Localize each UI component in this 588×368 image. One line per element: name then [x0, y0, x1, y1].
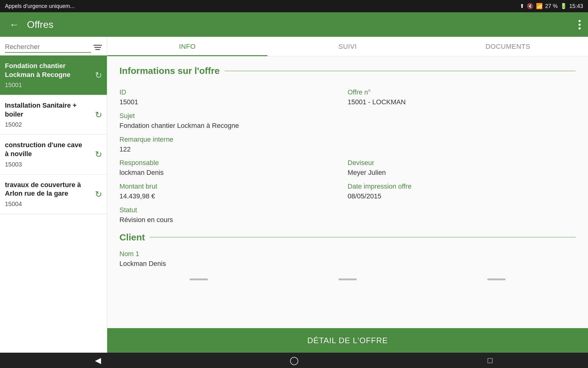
search-bar	[0, 37, 107, 56]
field-label-offre: Offre n°	[348, 88, 576, 96]
field-sujet: Sujet Fondation chantier Lockman à Recog…	[119, 107, 576, 131]
back-button[interactable]: ←	[7, 19, 21, 30]
back-nav-button[interactable]: ◀	[89, 354, 107, 366]
search-input[interactable]	[5, 42, 91, 53]
field-montant: Montant brut 14.439,98 €	[119, 178, 348, 201]
field-offre: Offre n° 15001 - LOCKMAN	[348, 83, 576, 107]
sync-icon: ↻	[95, 70, 102, 80]
main-content: Fondation chantier Lockman à Recogne 150…	[0, 37, 588, 353]
bluetooth-icon: ⬆	[520, 3, 524, 10]
field-label-date-impression: Date impression offre	[348, 182, 576, 190]
field-label-id: ID	[119, 88, 348, 96]
scroll-indicator-3	[487, 278, 506, 280]
menu-dot-3	[579, 27, 581, 29]
list-item-id: 15003	[5, 161, 102, 168]
field-value-sujet: Fondation chantier Lockman à Recogne	[119, 121, 576, 131]
battery-icon: 🔋	[560, 3, 567, 10]
field-nom1: Nom 1 Lockman Denis	[119, 250, 576, 269]
status-bar-left-text: Appels d'urgence uniquem...	[5, 3, 75, 10]
tab-documents[interactable]: DOCUMENTS	[428, 37, 588, 56]
battery-text: 27 %	[545, 3, 558, 10]
field-remarque: Remarque interne 122	[119, 131, 576, 154]
field-deviseur: Deviseur Meyer Julien	[348, 154, 576, 178]
field-value-responsable: lockman Denis	[119, 168, 348, 178]
list-item-title: construction d'une cave à noville	[5, 141, 102, 158]
field-label-sujet: Sujet	[119, 112, 576, 120]
sync-icon: ↻	[95, 189, 102, 199]
field-id: ID 15001	[119, 83, 348, 107]
section-title-client: Client	[119, 232, 145, 243]
field-value-nom1: Lockman Denis	[119, 259, 576, 269]
list-item-title: Fondation chantier Lockman à Recogne	[5, 62, 102, 79]
clock: 15:43	[569, 3, 583, 10]
list-item[interactable]: Fondation chantier Lockman à Recogne 150…	[0, 56, 107, 95]
field-value-date-impression: 08/05/2015	[348, 192, 576, 201]
list-item[interactable]: construction d'une cave à noville 15003 …	[0, 135, 107, 174]
field-statut: Statut Révision en cours	[119, 201, 576, 225]
app-bar-title: Offres	[27, 19, 572, 30]
status-bar: Appels d'urgence uniquem... ⬆ 🔇 📶 27 % 🔋…	[0, 0, 588, 12]
wifi-icon: 📶	[536, 3, 543, 10]
field-date-impression: Date impression offre 08/05/2015	[348, 178, 576, 201]
filter-icon-line-1	[93, 45, 102, 46]
scroll-indicator-1	[190, 278, 208, 280]
field-value-offre: 15001 - LOCKMAN	[348, 98, 576, 107]
status-bar-right: ⬆ 🔇 📶 27 % 🔋 15:43	[520, 3, 583, 10]
section-header-offer: Informations sur l'offre	[119, 66, 576, 76]
offers-list: Fondation chantier Lockman à Recogne 150…	[0, 56, 107, 353]
field-value-statut: Révision en cours	[119, 215, 576, 225]
menu-dot-2	[579, 24, 581, 26]
field-value-deviseur: Meyer Julien	[348, 168, 576, 178]
field-label-montant: Montant brut	[119, 182, 348, 190]
field-label-remarque: Remarque interne	[119, 136, 576, 144]
list-item[interactable]: travaux de couverture à Arlon rue de la …	[0, 174, 107, 214]
info-grid: ID 15001 Offre n° 15001 - LOCKMAN Sujet …	[119, 83, 576, 225]
sync-icon: ↻	[95, 149, 102, 159]
mute-icon: 🔇	[527, 3, 533, 10]
scroll-indicator-2	[338, 278, 357, 280]
section-divider	[224, 71, 576, 71]
detail-button-label: DÉTAIL DE L'OFFRE	[307, 336, 388, 345]
filter-icon-line-3	[95, 49, 100, 50]
sync-icon: ↻	[95, 110, 102, 120]
right-panel: INFO SUIVI DOCUMENTS Informations sur l'…	[107, 37, 588, 353]
field-value-montant: 14.439,98 €	[119, 192, 348, 201]
section-divider-client	[150, 237, 576, 237]
list-item-id: 15004	[5, 201, 102, 208]
field-label-deviseur: Deviseur	[348, 159, 576, 167]
list-item-title: travaux de couverture à Arlon rue de la …	[5, 181, 102, 198]
recents-nav-button[interactable]: □	[481, 354, 499, 366]
list-item-id: 15002	[5, 121, 102, 128]
field-label-nom1: Nom 1	[119, 250, 576, 258]
tab-suivi[interactable]: SUIVI	[267, 37, 428, 56]
field-label-responsable: Responsable	[119, 159, 348, 167]
filter-icon-line-2	[94, 47, 101, 48]
tabs-bar: INFO SUIVI DOCUMENTS	[107, 37, 588, 56]
home-nav-button[interactable]: ◯	[285, 354, 303, 366]
list-item-id: 15001	[5, 82, 102, 89]
list-item[interactable]: Installation Sanitaire + boiler 15002 ↻	[0, 95, 107, 135]
field-responsable: Responsable lockman Denis	[119, 154, 348, 178]
tab-info[interactable]: INFO	[107, 37, 267, 56]
detail-content: Informations sur l'offre ID 15001 Offre …	[107, 56, 588, 328]
menu-dot-1	[579, 20, 581, 22]
filter-button[interactable]	[93, 45, 102, 50]
overflow-menu-button[interactable]	[579, 20, 581, 29]
detail-button[interactable]: DÉTAIL DE L'OFFRE	[107, 328, 588, 353]
field-label-statut: Statut	[119, 206, 576, 214]
section-title-offer: Informations sur l'offre	[119, 66, 220, 76]
field-value-id: 15001	[119, 98, 348, 107]
field-value-remarque: 122	[119, 145, 576, 154]
app-bar: ← Offres	[0, 12, 588, 37]
scroll-indicators	[119, 276, 576, 283]
left-panel: Fondation chantier Lockman à Recogne 150…	[0, 37, 107, 353]
list-item-title: Installation Sanitaire + boiler	[5, 101, 102, 119]
section-header-client: Client	[119, 232, 576, 243]
nav-bar: ◀ ◯ □	[0, 353, 588, 368]
